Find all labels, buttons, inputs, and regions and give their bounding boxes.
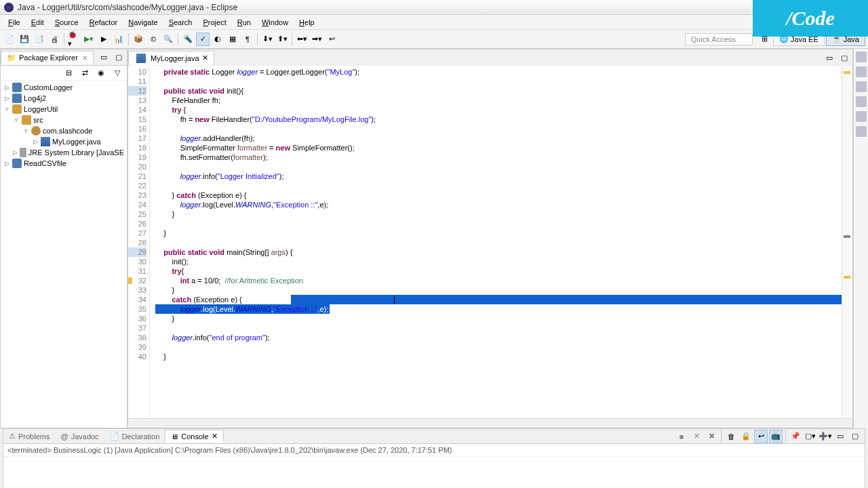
open-console-button[interactable]: ➕▾ xyxy=(818,430,832,443)
link-editor-button[interactable]: ⇄ xyxy=(78,66,92,80)
watermark-logo: /Code xyxy=(753,0,868,37)
menu-run[interactable]: Run xyxy=(232,17,256,28)
editor-hscroll[interactable] xyxy=(128,418,852,428)
editor-tab-mylogger[interactable]: MyLogger.java ✕ xyxy=(128,51,214,65)
prev-annotation-button[interactable]: ⬆▾ xyxy=(275,33,289,46)
eclipse-icon xyxy=(4,3,14,12)
menu-window[interactable]: Window xyxy=(256,17,294,28)
terminate-button[interactable]: ■ xyxy=(675,430,688,443)
project-tree[interactable]: ▷CustomLogger▷Log4j2▿LoggerUtil▿src▿com.… xyxy=(1,81,127,428)
cheatsheet-icon[interactable] xyxy=(856,111,867,122)
maximize-editor-button[interactable]: ▢ xyxy=(837,51,851,64)
run-last-button[interactable]: ▶ xyxy=(97,33,111,46)
menu-help[interactable]: Help xyxy=(294,17,320,28)
minimize-view-button[interactable]: ▭ xyxy=(97,51,111,64)
java-file-icon xyxy=(136,54,146,63)
collapse-all-button[interactable]: ⊟ xyxy=(62,66,75,80)
new-button[interactable]: 📄 xyxy=(3,33,16,46)
focus-button[interactable]: ◉ xyxy=(94,66,108,80)
declaration-tab[interactable]: 📄 Declaration xyxy=(104,430,165,442)
maximize-console-button[interactable]: ▢ xyxy=(848,430,862,443)
save-button[interactable]: 💾 xyxy=(18,33,31,46)
maximize-view-button[interactable]: ▢ xyxy=(112,51,125,64)
breakpoints-icon[interactable] xyxy=(856,81,867,92)
quick-access-input[interactable]: Quick Access xyxy=(685,33,753,45)
tree-item[interactable]: ▷Log4j2 xyxy=(2,93,125,104)
task-list-icon[interactable] xyxy=(856,66,867,77)
save-all-button[interactable]: 📑 xyxy=(33,33,46,46)
package-explorer-view: 📁 Package Explorer ✕ ▭ ▢ ⊟ ⇄ ◉ ▽ ▷Custom… xyxy=(0,49,127,428)
forward-button[interactable]: ➡▾ xyxy=(310,33,323,46)
main-toolbar: 📄 💾 📑 🖨 🐞▾ ▶▾ ▶ 📊 📦 © 🔍 🔦 ✓ ◐ ▦ ¶ ⬇▾ ⬆▾ … xyxy=(0,30,868,49)
tree-item[interactable]: ▿src xyxy=(2,115,125,125)
debug-button[interactable]: 🐞▾ xyxy=(67,33,81,46)
new-package-button[interactable]: 📦 xyxy=(132,33,145,46)
code-area[interactable]: private static Logger logger = Logger.ge… xyxy=(150,66,842,418)
coverage-button[interactable]: 📊 xyxy=(112,33,125,46)
problems-tab[interactable]: ⚠ Problems xyxy=(3,430,55,442)
snippets-icon[interactable] xyxy=(856,126,867,137)
run-button[interactable]: ▶▾ xyxy=(82,33,96,46)
new-class-button[interactable]: © xyxy=(146,33,160,46)
minimize-console-button[interactable]: ▭ xyxy=(833,430,847,443)
menu-file[interactable]: File xyxy=(3,17,26,28)
clear-console-button[interactable]: 🗑 xyxy=(724,430,738,443)
last-edit-button[interactable]: ↩ xyxy=(325,33,338,46)
menu-search[interactable]: Search xyxy=(163,17,198,28)
package-explorer-tab[interactable]: 📁 Package Explorer ✕ xyxy=(1,51,94,64)
outline-icon[interactable] xyxy=(856,52,867,62)
menu-edit[interactable]: Edit xyxy=(26,17,50,28)
line-gutter[interactable]: 1011121314151617181920212223242526272829… xyxy=(128,66,150,418)
templates-icon[interactable] xyxy=(856,96,867,107)
tree-item[interactable]: ▿LoggerUtil xyxy=(2,104,125,115)
next-annotation-button[interactable]: ⬇▾ xyxy=(260,33,274,46)
annotation-button[interactable]: ◐ xyxy=(211,33,224,46)
view-menu-button[interactable]: ▽ xyxy=(111,66,124,80)
close-icon[interactable]: ✕ xyxy=(82,54,87,62)
remove-all-button[interactable]: ✖ xyxy=(705,430,718,443)
close-icon[interactable]: ✕ xyxy=(212,432,218,441)
remove-launch-button[interactable]: ✕ xyxy=(690,430,703,443)
display-console-button[interactable]: ▢▾ xyxy=(804,430,817,443)
show-console-button[interactable]: 📺 xyxy=(769,430,783,443)
close-icon[interactable]: ✕ xyxy=(202,54,208,62)
open-type-button[interactable]: 🔍 xyxy=(161,33,175,46)
console-status: <terminated> BusinessLogic (1) [Java App… xyxy=(3,444,865,457)
search-button[interactable]: 🔦 xyxy=(181,33,195,46)
menubar: FileEditSourceRefactorNavigateSearchProj… xyxy=(0,15,868,30)
menu-project[interactable]: Project xyxy=(198,17,232,28)
toggle-mark-button[interactable]: ✓ xyxy=(196,33,210,46)
menu-refactor[interactable]: Refactor xyxy=(84,17,123,28)
tree-item[interactable]: ▿com.slashcode xyxy=(2,125,125,136)
tree-item[interactable]: ▷JRE System Library [JavaSE xyxy=(2,147,125,158)
pin-console-button[interactable]: 📌 xyxy=(789,430,802,443)
minimize-editor-button[interactable]: ▭ xyxy=(823,51,836,64)
title-bar: Java - LoggerUtil/src/com/slashcode/MyLo… xyxy=(0,0,868,15)
editor-area: MyLogger.java ✕ ▭ ▢ 10111213141516171819… xyxy=(127,49,853,428)
tree-item[interactable]: ▷CustomLogger xyxy=(2,82,125,93)
print-button[interactable]: 🖨 xyxy=(47,33,61,46)
back-button[interactable]: ⬅▾ xyxy=(295,33,309,46)
tree-item[interactable]: ▷MyLogger.java xyxy=(2,136,125,147)
word-wrap-button[interactable]: ↩ xyxy=(754,430,768,443)
overview-ruler[interactable] xyxy=(842,66,852,418)
main-area: 📁 Package Explorer ✕ ▭ ▢ ⊟ ⇄ ◉ ▽ ▷Custom… xyxy=(0,49,868,428)
bottom-panel: ⚠ Problems @ Javadoc 📄 Declaration 🖥 Con… xyxy=(3,428,865,488)
console-tab[interactable]: 🖥 Console ✕ xyxy=(165,430,223,443)
show-whitespace-button[interactable]: ¶ xyxy=(241,33,254,46)
menu-source[interactable]: Source xyxy=(50,17,84,28)
javadoc-tab[interactable]: @ Javadoc xyxy=(55,431,104,442)
tree-item[interactable]: ▷ReadCSVfile xyxy=(2,158,125,169)
scroll-lock-button[interactable]: 🔒 xyxy=(739,430,753,443)
window-title: Java - LoggerUtil/src/com/slashcode/MyLo… xyxy=(18,3,237,12)
console-output[interactable] xyxy=(3,457,865,488)
right-toolbar xyxy=(853,49,868,428)
block-select-button[interactable]: ▦ xyxy=(226,33,239,46)
menu-navigate[interactable]: Navigate xyxy=(123,17,163,28)
code-editor[interactable]: 1011121314151617181920212223242526272829… xyxy=(128,66,852,418)
